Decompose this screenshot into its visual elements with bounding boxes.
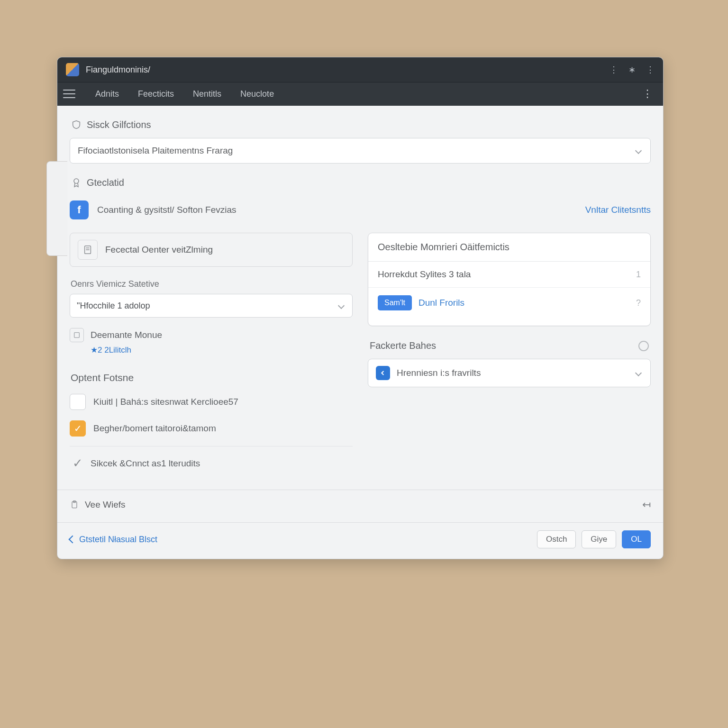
option2-label: Begher/bomert taitoroi&tamom bbox=[93, 423, 216, 434]
right-card-row1-count: 1 bbox=[636, 270, 641, 280]
hamburger-icon[interactable] bbox=[63, 90, 75, 98]
section1-header: Sisck Gilfctions bbox=[71, 119, 651, 130]
document-icon bbox=[78, 240, 98, 260]
side-tab[interactable] bbox=[46, 161, 67, 256]
footer-row-1: Vee Wiefs ↤ bbox=[57, 490, 663, 522]
back-link-text: Gtstetil Nłasual Blsct bbox=[79, 535, 157, 545]
owners-label: Oenrs Viemicz Satetive bbox=[71, 279, 353, 289]
checkbox-unchecked[interactable] bbox=[70, 394, 86, 410]
right-select-value: Hrenniesn i:s fravrilts bbox=[397, 368, 481, 378]
collapse-arrow-icon[interactable]: ↤ bbox=[642, 499, 651, 511]
section1-title: Sisck Gilfctions bbox=[87, 119, 151, 130]
owners-select-value: "Hfocchile 1 adolop bbox=[77, 301, 150, 311]
window-title: Fianguldmoninis/ bbox=[86, 65, 150, 75]
footer-row-2: Gtstetil Nłasual Blsct Ostch Giye OL bbox=[57, 523, 663, 559]
right-card: Oesltebie Momrieri Oäitfemictis Horrekdu… bbox=[368, 233, 651, 326]
coaching-row: f Coanting & gysitstl/ Softon Fevzias Vn… bbox=[70, 200, 651, 219]
section2-title: Gteclatid bbox=[87, 177, 124, 188]
right-card-row2: Sam'lt Dunl Frorils ? bbox=[368, 288, 650, 318]
section2-header: Gteclatid bbox=[71, 177, 651, 188]
coaching-text: Coanting & gysitstl/ Softon Fevzias bbox=[97, 205, 237, 215]
menu-item-adnits[interactable]: Adnits bbox=[86, 89, 128, 99]
menu-item-nentitls[interactable]: Nentitls bbox=[183, 89, 231, 99]
chevron-down-icon bbox=[634, 369, 643, 377]
option3-label: Sikcek &Cnnct as1 lterudits bbox=[91, 458, 200, 469]
owners-select[interactable]: "Hfocchile 1 adolop bbox=[70, 294, 353, 318]
demante-row: Deemante Monue bbox=[70, 328, 353, 342]
chevron-down-icon bbox=[337, 301, 346, 310]
f-badge-icon: f bbox=[70, 200, 89, 219]
check-icon: ✓ bbox=[74, 423, 82, 434]
right-card-link[interactable]: Dunl Frorils bbox=[419, 298, 464, 308]
svg-point-0 bbox=[74, 179, 79, 183]
app-logo-icon bbox=[66, 63, 79, 76]
received-text: Fecectal Oenter veitZlming bbox=[105, 245, 213, 255]
chevron-left-icon bbox=[69, 536, 77, 544]
footer-btn-1[interactable]: Ostch bbox=[537, 530, 576, 548]
clipboard-icon bbox=[70, 500, 79, 510]
send-button[interactable]: Sam'lt bbox=[378, 295, 412, 310]
right-column: Oesltebie Momrieri Oäitfemictis Horrekdu… bbox=[368, 233, 651, 471]
option3-row[interactable]: ✓ Sikcek &Cnnct as1 lterudits bbox=[70, 446, 353, 471]
coaching-link[interactable]: Vnltar Clitetsntts bbox=[585, 205, 651, 215]
help-icon[interactable]: ? bbox=[636, 298, 641, 308]
options-header: Optent Fotsne bbox=[71, 372, 353, 383]
back-link[interactable]: Gtstetil Nłasual Blsct bbox=[70, 535, 157, 545]
chevron-down-icon bbox=[634, 146, 643, 155]
option1-row[interactable]: Kiuitl | Bahá:s sitesnwat Kerclioee57 bbox=[70, 394, 353, 410]
left-column: Fecectal Oenter veitZlming Oenrs Viemicz… bbox=[70, 233, 353, 471]
option1-label: Kiuitl | Bahá:s sitesnwat Kerclioee57 bbox=[93, 397, 238, 407]
primary-select-value: Fifociaotlstonisela Plaitementns Frarag bbox=[78, 146, 233, 156]
title-bar: Fianguldmoninis/ ⋮ ∗ ⋮ bbox=[57, 57, 663, 82]
right-select[interactable]: Hrenniesn i:s fravrilts bbox=[368, 359, 651, 387]
right-card-row1-text: Horrekdut Sylites 3 tala bbox=[378, 269, 471, 280]
option2-row[interactable]: ✓ Begher/bomert taitoroi&tamom bbox=[70, 420, 353, 437]
primary-select[interactable]: Fifociaotlstonisela Plaitementns Frarag bbox=[70, 138, 651, 164]
menu-kebab-icon[interactable]: ⋮ bbox=[637, 88, 657, 100]
right-card-title: Oesltebie Momrieri Oäitfemictis bbox=[368, 233, 650, 262]
two-column-layout: Fecectal Oenter veitZlming Oenrs Viemicz… bbox=[70, 233, 651, 471]
right-section-label: Fackerte Bahes bbox=[370, 340, 436, 351]
shield-icon bbox=[71, 119, 82, 130]
demante-label: Deemante Monue bbox=[91, 330, 162, 340]
radio-unselected[interactable] bbox=[638, 341, 649, 351]
svg-rect-2 bbox=[74, 333, 80, 338]
menu-item-feecticits[interactable]: Feecticits bbox=[128, 89, 183, 99]
received-card[interactable]: Fecectal Oenter veitZlming bbox=[70, 233, 353, 267]
menu-bar: Adnits Feecticits Nentitls Neuclote ⋮ bbox=[57, 82, 663, 106]
view-label: Vee Wiefs bbox=[85, 500, 126, 510]
demante-count[interactable]: ★2 2Lilitclh bbox=[91, 345, 353, 355]
titlebar-action-1-icon[interactable]: ⋮ bbox=[610, 64, 618, 75]
square-icon bbox=[70, 328, 84, 342]
right-section-label-row: Fackerte Bahes bbox=[370, 340, 649, 351]
badge-icon bbox=[71, 177, 82, 188]
footer-btn-2[interactable]: Giye bbox=[582, 530, 616, 548]
checkbox-checked[interactable]: ✓ bbox=[70, 420, 86, 437]
arrow-square-icon bbox=[376, 366, 390, 380]
titlebar-action-3-icon[interactable]: ⋮ bbox=[646, 64, 655, 75]
titlebar-action-2-icon[interactable]: ∗ bbox=[628, 64, 636, 75]
titlebar-actions: ⋮ ∗ ⋮ bbox=[610, 64, 655, 75]
footer-buttons: Ostch Giye OL bbox=[537, 530, 651, 548]
view-row[interactable]: Vee Wiefs bbox=[70, 500, 126, 510]
right-card-row1[interactable]: Horrekdut Sylites 3 tala 1 bbox=[368, 262, 650, 288]
menu-item-neuclote[interactable]: Neuclote bbox=[231, 89, 283, 99]
footer-btn-ok[interactable]: OL bbox=[622, 530, 651, 548]
app-window: Fianguldmoninis/ ⋮ ∗ ⋮ Adnits Feecticits… bbox=[57, 57, 664, 559]
check-outline-icon: ✓ bbox=[73, 456, 83, 471]
body: Sisck Gilfctions Fifociaotlstonisela Pla… bbox=[57, 106, 663, 490]
